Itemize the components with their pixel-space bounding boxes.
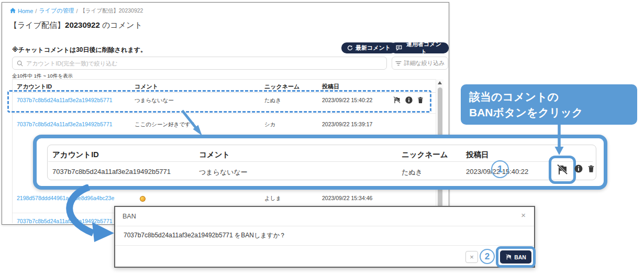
col-header-posted-at: 投稿日 bbox=[322, 83, 339, 91]
zoom-col-header-posted-at: 投稿日 bbox=[466, 150, 489, 160]
row3-nickname: よしま bbox=[264, 195, 281, 202]
zoom-col-header-account-id: アカウントID bbox=[52, 150, 99, 160]
col-header-nickname: ニックネーム bbox=[264, 83, 299, 91]
breadcrumb-home[interactable]: Home bbox=[18, 8, 33, 14]
callout-line2: BANボタンをクリック bbox=[469, 105, 637, 120]
zoom-account-id-link[interactable]: 7037b7c8b5d24a11af3e2a19492b5771 bbox=[52, 168, 171, 176]
account-search bbox=[12, 57, 387, 70]
search-icon bbox=[17, 60, 23, 67]
screenshot-canvas: Home / ライブの管理 / 【ライブ配信】20230922 【ライブ配信】2… bbox=[0, 0, 644, 274]
zoomed-row-panel: アカウントID コメント ニックネーム 投稿日 7037b7c8b5d24a11… bbox=[33, 135, 607, 190]
home-icon bbox=[10, 8, 16, 14]
curved-arrow bbox=[57, 184, 118, 245]
row2-posted-at: 2023/09/22 15:39:17 bbox=[322, 121, 372, 127]
step-1-badge: 1 bbox=[491, 160, 509, 178]
page-title-stream-id: 20230922 bbox=[65, 20, 100, 29]
dialog-cancel-button[interactable]: × bbox=[465, 251, 478, 263]
operator-comments-label: 運用者コメント bbox=[405, 40, 443, 56]
scroll-up-button[interactable] bbox=[438, 81, 442, 84]
col-header-account-id: アカウントID bbox=[17, 83, 52, 91]
dialog-message: 7037b7c8b5d24a11af3e2a19492b5771 をBANします… bbox=[124, 231, 286, 240]
breadcrumb-separator: / bbox=[76, 8, 77, 14]
emoji-comment-icon bbox=[139, 195, 146, 202]
confirm-ban-highlight: BAN bbox=[496, 246, 536, 268]
breadcrumb: Home / ライブの管理 / 【ライブ配信】20230922 bbox=[10, 7, 143, 15]
col-header-comment: コメント bbox=[135, 83, 158, 91]
dialog-divider bbox=[115, 226, 534, 226]
zoom-info-icon[interactable] bbox=[574, 164, 583, 173]
zoom-comment: つまらないなー bbox=[199, 168, 248, 177]
ban-flag-icon-button[interactable] bbox=[556, 163, 569, 176]
zoom-arrow bbox=[179, 108, 206, 138]
retention-notice: ※チャットコメントは30日後に削除されます。 bbox=[12, 46, 147, 54]
step-2-badge: 2 bbox=[480, 249, 495, 264]
row-divider bbox=[13, 113, 443, 114]
zoom-col-header-comment: コメント bbox=[199, 150, 230, 160]
latest-comments-button[interactable]: 最新コメント bbox=[341, 42, 396, 53]
filter-icon bbox=[395, 61, 402, 66]
breadcrumb-section[interactable]: ライブの管理 bbox=[39, 7, 74, 15]
dialog-close-icon[interactable]: × bbox=[521, 211, 526, 220]
breadcrumb-separator: / bbox=[35, 8, 37, 14]
page-title-prefix: 【ライブ配信】 bbox=[9, 20, 65, 29]
operator-comments-button[interactable]: 運用者コメント bbox=[390, 42, 449, 53]
zoom-header-divider bbox=[48, 161, 593, 162]
confirm-ban-label: BAN bbox=[514, 254, 526, 260]
dialog-divider bbox=[115, 245, 534, 246]
row2-nickname: シカ bbox=[264, 121, 276, 128]
page-title: 【ライブ配信】20230922 のコメント bbox=[9, 20, 142, 30]
ban-dialog: BAN × 7037b7c8b5d24a11af3e2a19492b5771 を… bbox=[114, 206, 535, 268]
page-title-suffix: のコメント bbox=[100, 20, 142, 29]
dialog-title: BAN bbox=[123, 213, 136, 220]
zoom-nickname: たぬき bbox=[402, 168, 423, 177]
advanced-filter-label: 詳細な絞り込み bbox=[404, 59, 445, 67]
zoom-col-header-nickname: ニックネーム bbox=[402, 150, 448, 160]
callout-line1: 該当のコメントの bbox=[469, 89, 637, 105]
row2-account-id-link[interactable]: 7037b7c8b5d24a11af3e2a19492b5771 bbox=[17, 121, 113, 127]
row3-posted-at: 2023/09/22 15:34:46 bbox=[322, 195, 372, 201]
instruction-callout: 該当のコメントの BANボタンをクリック bbox=[461, 84, 637, 125]
latest-comments-label: 最新コメント bbox=[356, 44, 391, 52]
chat-icon bbox=[396, 45, 402, 51]
row-highlight-dashed-box bbox=[7, 90, 431, 113]
ban-button-highlight bbox=[549, 156, 576, 184]
advanced-filter-button[interactable]: 詳細な絞り込み bbox=[392, 57, 448, 70]
ban-flag-white-icon bbox=[505, 254, 512, 260]
refresh-icon bbox=[347, 45, 353, 51]
callout-arrow bbox=[553, 125, 565, 156]
confirm-ban-button[interactable]: BAN bbox=[500, 250, 531, 264]
breadcrumb-current: 【ライブ配信】20230922 bbox=[80, 7, 143, 15]
search-input[interactable] bbox=[26, 60, 382, 67]
zoom-trash-icon[interactable] bbox=[586, 164, 596, 173]
